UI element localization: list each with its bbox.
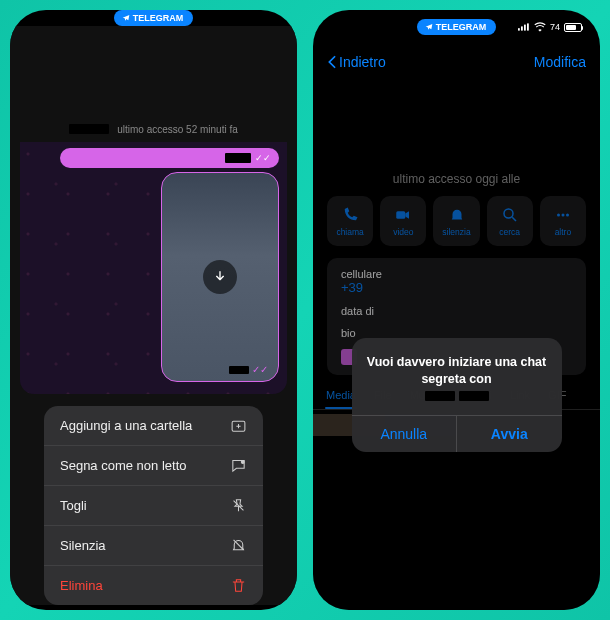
profile-screen: ultimo accesso oggi alle chiama video si… bbox=[313, 80, 600, 610]
image-meta: ✓✓ bbox=[229, 364, 268, 375]
battery-icon bbox=[564, 23, 582, 32]
folder-add-icon bbox=[230, 417, 247, 434]
dialog-body: Vuoi davvero iniziare una chat segreta c… bbox=[352, 338, 562, 415]
redacted-text bbox=[459, 391, 489, 401]
telegram-icon bbox=[425, 23, 433, 31]
wifi-icon bbox=[534, 22, 546, 32]
trash-icon bbox=[230, 577, 247, 594]
redacted-name bbox=[69, 124, 109, 134]
svg-rect-2 bbox=[518, 28, 520, 30]
menu-label: Elimina bbox=[60, 578, 103, 593]
status-bar: TELEGRAM 74 bbox=[313, 10, 600, 44]
cellular-icon bbox=[518, 22, 530, 32]
nav-bar: Indietro Modifica bbox=[313, 44, 600, 80]
confirm-dialog: Vuoi davvero iniziare una chat segreta c… bbox=[352, 338, 562, 452]
chat-unread-icon bbox=[230, 457, 247, 474]
chat-preview[interactable]: ultimo accesso 52 minuti fa ✓✓ ✓✓ bbox=[20, 116, 287, 394]
menu-mute[interactable]: Silenzia bbox=[44, 526, 263, 566]
menu-add-folder[interactable]: Aggiungi a una cartella bbox=[44, 406, 263, 446]
back-label: Indietro bbox=[339, 54, 386, 70]
last-seen-label: ultimo accesso 52 minuti fa bbox=[117, 124, 238, 135]
svg-rect-3 bbox=[521, 26, 523, 30]
back-button[interactable]: Indietro bbox=[327, 54, 386, 70]
battery-text: 74 bbox=[550, 22, 560, 32]
app-pill-label: TELEGRAM bbox=[436, 22, 487, 32]
context-menu: Aggiungi a una cartella Segna come non l… bbox=[44, 406, 263, 605]
chat-body: ✓✓ ✓✓ bbox=[20, 142, 287, 394]
dialog-buttons: Annulla Avvia bbox=[352, 415, 562, 452]
menu-delete[interactable]: Elimina bbox=[44, 566, 263, 605]
app-pill[interactable]: TELEGRAM bbox=[114, 10, 194, 26]
dialog-title: Vuoi davvero iniziare una chat segreta c… bbox=[367, 355, 546, 386]
menu-label: Silenzia bbox=[60, 538, 106, 553]
app-pill[interactable]: TELEGRAM bbox=[417, 19, 497, 35]
svg-rect-5 bbox=[527, 23, 529, 30]
dialog-cancel-button[interactable]: Annulla bbox=[352, 416, 458, 452]
read-ticks-icon: ✓✓ bbox=[252, 364, 268, 375]
svg-point-1 bbox=[241, 461, 244, 464]
download-button[interactable] bbox=[203, 260, 237, 294]
image-message[interactable]: ✓✓ bbox=[161, 172, 279, 382]
menu-label: Togli bbox=[60, 498, 87, 513]
menu-unpin[interactable]: Togli bbox=[44, 486, 263, 526]
bell-mute-icon bbox=[230, 537, 247, 554]
menu-mark-unread[interactable]: Segna come non letto bbox=[44, 446, 263, 486]
menu-label: Aggiungi a una cartella bbox=[60, 418, 192, 433]
chat-peek-overlay: ultimo accesso 52 minuti fa ✓✓ ✓✓ bbox=[10, 26, 297, 605]
telegram-icon bbox=[122, 14, 130, 22]
svg-rect-4 bbox=[524, 25, 526, 31]
menu-label: Segna come non letto bbox=[60, 458, 186, 473]
redacted-time bbox=[229, 366, 249, 374]
download-icon bbox=[212, 269, 228, 285]
status-bar: TELEGRAM bbox=[10, 10, 297, 26]
chevron-left-icon bbox=[327, 55, 337, 69]
message-bubble[interactable]: ✓✓ bbox=[60, 148, 279, 168]
redacted-text bbox=[425, 391, 455, 401]
redacted-text bbox=[225, 153, 251, 163]
app-pill-label: TELEGRAM bbox=[133, 13, 184, 23]
phone-right: TELEGRAM 74 Indietro Modifica ultimo acc… bbox=[313, 10, 600, 610]
dialog-contact-name bbox=[366, 391, 548, 401]
chat-header: ultimo accesso 52 minuti fa bbox=[20, 116, 287, 142]
dialog-confirm-button[interactable]: Avvia bbox=[457, 416, 562, 452]
read-ticks-icon: ✓✓ bbox=[255, 153, 271, 163]
edit-button[interactable]: Modifica bbox=[534, 54, 586, 70]
unpin-icon bbox=[230, 497, 247, 514]
phone-left: TELEGRAM ultimo accesso 52 minuti fa ✓✓ bbox=[10, 10, 297, 610]
status-icons: 74 bbox=[518, 22, 582, 32]
